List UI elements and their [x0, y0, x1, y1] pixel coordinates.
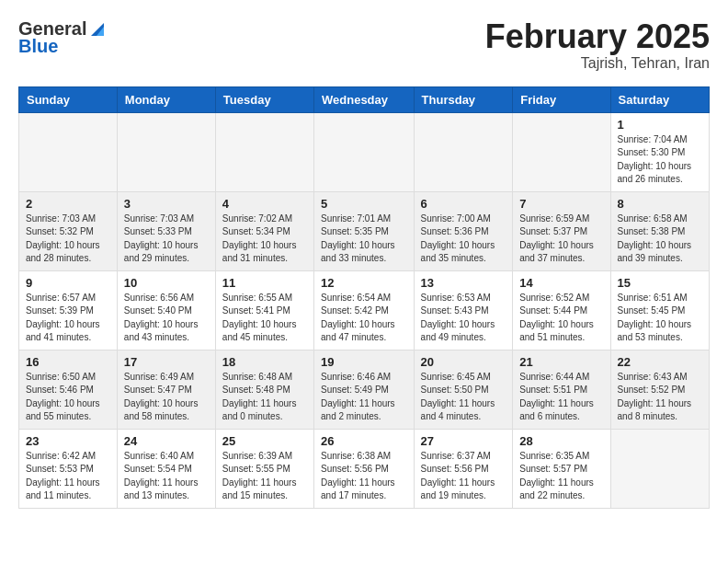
- day-info: Sunrise: 6:58 AM Sunset: 5:38 PM Dayligh…: [618, 213, 702, 266]
- table-row: 28Sunrise: 6:35 AM Sunset: 5:57 PM Dayli…: [513, 429, 610, 508]
- header-monday: Monday: [117, 86, 215, 112]
- day-info: Sunrise: 6:37 AM Sunset: 5:56 PM Dayligh…: [421, 450, 506, 503]
- day-number: 13: [421, 276, 506, 290]
- table-row: [610, 429, 709, 508]
- day-info: Sunrise: 7:02 AM Sunset: 5:34 PM Dayligh…: [222, 213, 307, 266]
- header-sunday: Sunday: [19, 86, 118, 112]
- logo: General Blue: [18, 18, 108, 57]
- table-row: 9Sunrise: 6:57 AM Sunset: 5:39 PM Daylig…: [19, 270, 118, 350]
- day-info: Sunrise: 7:03 AM Sunset: 5:33 PM Dayligh…: [124, 213, 209, 266]
- day-number: 3: [124, 197, 209, 211]
- day-number: 2: [26, 197, 110, 211]
- day-info: Sunrise: 6:45 AM Sunset: 5:50 PM Dayligh…: [421, 371, 506, 424]
- table-row: 26Sunrise: 6:38 AM Sunset: 5:56 PM Dayli…: [314, 429, 415, 508]
- day-number: 19: [321, 355, 407, 369]
- day-number: 11: [222, 276, 307, 290]
- day-info: Sunrise: 6:35 AM Sunset: 5:57 PM Dayligh…: [519, 450, 603, 503]
- calendar-month-year: February 2025: [485, 18, 710, 55]
- calendar-week-row: 1Sunrise: 7:04 AM Sunset: 5:30 PM Daylig…: [19, 112, 710, 191]
- day-number: 6: [421, 197, 506, 211]
- day-info: Sunrise: 6:54 AM Sunset: 5:42 PM Dayligh…: [321, 292, 407, 345]
- header-friday: Friday: [513, 86, 610, 112]
- logo-icon: [87, 19, 108, 40]
- day-number: 28: [519, 434, 603, 448]
- calendar-week-row: 2Sunrise: 7:03 AM Sunset: 5:32 PM Daylig…: [19, 191, 710, 270]
- day-number: 18: [222, 355, 307, 369]
- day-number: 26: [321, 434, 407, 448]
- day-number: 9: [26, 276, 110, 290]
- logo-blue: Blue: [18, 36, 58, 57]
- day-number: 20: [421, 355, 506, 369]
- header-tuesday: Tuesday: [215, 86, 313, 112]
- table-row: 2Sunrise: 7:03 AM Sunset: 5:32 PM Daylig…: [19, 191, 118, 270]
- day-number: 25: [222, 434, 307, 448]
- day-info: Sunrise: 7:04 AM Sunset: 5:30 PM Dayligh…: [618, 133, 702, 187]
- day-number: 14: [519, 276, 603, 290]
- day-info: Sunrise: 6:53 AM Sunset: 5:43 PM Dayligh…: [421, 292, 506, 345]
- calendar-table: Sunday Monday Tuesday Wednesday Thursday…: [18, 86, 710, 509]
- header-saturday: Saturday: [610, 86, 709, 112]
- table-row: 11Sunrise: 6:55 AM Sunset: 5:41 PM Dayli…: [215, 270, 313, 350]
- day-info: Sunrise: 6:44 AM Sunset: 5:51 PM Dayligh…: [519, 371, 603, 424]
- day-info: Sunrise: 6:46 AM Sunset: 5:49 PM Dayligh…: [321, 371, 407, 424]
- day-info: Sunrise: 6:56 AM Sunset: 5:40 PM Dayligh…: [124, 292, 209, 345]
- day-number: 8: [618, 197, 702, 211]
- day-info: Sunrise: 6:55 AM Sunset: 5:41 PM Dayligh…: [222, 292, 307, 345]
- calendar-week-row: 9Sunrise: 6:57 AM Sunset: 5:39 PM Daylig…: [19, 270, 710, 350]
- table-row: 8Sunrise: 6:58 AM Sunset: 5:38 PM Daylig…: [610, 191, 709, 270]
- day-number: 24: [124, 434, 209, 448]
- day-info: Sunrise: 6:52 AM Sunset: 5:44 PM Dayligh…: [519, 292, 603, 345]
- table-row: 20Sunrise: 6:45 AM Sunset: 5:50 PM Dayli…: [414, 350, 513, 429]
- calendar-header-row: Sunday Monday Tuesday Wednesday Thursday…: [19, 86, 710, 112]
- table-row: 27Sunrise: 6:37 AM Sunset: 5:56 PM Dayli…: [414, 429, 513, 508]
- day-number: 7: [519, 197, 603, 211]
- day-info: Sunrise: 6:57 AM Sunset: 5:39 PM Dayligh…: [26, 292, 110, 345]
- table-row: 3Sunrise: 7:03 AM Sunset: 5:33 PM Daylig…: [117, 191, 215, 270]
- table-row: 6Sunrise: 7:00 AM Sunset: 5:36 PM Daylig…: [414, 191, 513, 270]
- page-header: General Blue February 2025 Tajrish, Tehr…: [18, 18, 710, 72]
- table-row: 13Sunrise: 6:53 AM Sunset: 5:43 PM Dayli…: [414, 270, 513, 350]
- calendar-week-row: 23Sunrise: 6:42 AM Sunset: 5:53 PM Dayli…: [19, 429, 710, 508]
- day-info: Sunrise: 7:01 AM Sunset: 5:35 PM Dayligh…: [321, 213, 407, 266]
- day-info: Sunrise: 6:49 AM Sunset: 5:47 PM Dayligh…: [124, 371, 209, 424]
- day-number: 17: [124, 355, 209, 369]
- day-info: Sunrise: 7:00 AM Sunset: 5:36 PM Dayligh…: [421, 213, 506, 266]
- day-number: 4: [222, 197, 307, 211]
- header-wednesday: Wednesday: [314, 86, 415, 112]
- table-row: 16Sunrise: 6:50 AM Sunset: 5:46 PM Dayli…: [19, 350, 118, 429]
- day-number: 21: [519, 355, 603, 369]
- table-row: [513, 112, 610, 191]
- table-row: 23Sunrise: 6:42 AM Sunset: 5:53 PM Dayli…: [19, 429, 118, 508]
- table-row: 25Sunrise: 6:39 AM Sunset: 5:55 PM Dayli…: [215, 429, 313, 508]
- table-row: [19, 112, 118, 191]
- day-number: 1: [618, 118, 702, 132]
- day-info: Sunrise: 6:51 AM Sunset: 5:45 PM Dayligh…: [618, 292, 702, 345]
- day-number: 16: [26, 355, 110, 369]
- table-row: 14Sunrise: 6:52 AM Sunset: 5:44 PM Dayli…: [513, 270, 610, 350]
- table-row: 19Sunrise: 6:46 AM Sunset: 5:49 PM Dayli…: [314, 350, 415, 429]
- table-row: 1Sunrise: 7:04 AM Sunset: 5:30 PM Daylig…: [610, 112, 709, 191]
- header-thursday: Thursday: [414, 86, 513, 112]
- day-info: Sunrise: 6:50 AM Sunset: 5:46 PM Dayligh…: [26, 371, 110, 424]
- calendar-title: February 2025 Tajrish, Tehran, Iran: [485, 18, 710, 72]
- table-row: 21Sunrise: 6:44 AM Sunset: 5:51 PM Dayli…: [513, 350, 610, 429]
- table-row: [117, 112, 215, 191]
- table-row: 22Sunrise: 6:43 AM Sunset: 5:52 PM Dayli…: [610, 350, 709, 429]
- table-row: 24Sunrise: 6:40 AM Sunset: 5:54 PM Dayli…: [117, 429, 215, 508]
- day-info: Sunrise: 6:48 AM Sunset: 5:48 PM Dayligh…: [222, 371, 307, 424]
- table-row: [314, 112, 415, 191]
- day-number: 15: [618, 276, 702, 290]
- table-row: 12Sunrise: 6:54 AM Sunset: 5:42 PM Dayli…: [314, 270, 415, 350]
- day-number: 27: [421, 434, 506, 448]
- table-row: [414, 112, 513, 191]
- day-info: Sunrise: 6:38 AM Sunset: 5:56 PM Dayligh…: [321, 450, 407, 503]
- table-row: 18Sunrise: 6:48 AM Sunset: 5:48 PM Dayli…: [215, 350, 313, 429]
- day-info: Sunrise: 6:59 AM Sunset: 5:37 PM Dayligh…: [519, 213, 603, 266]
- table-row: 4Sunrise: 7:02 AM Sunset: 5:34 PM Daylig…: [215, 191, 313, 270]
- table-row: 10Sunrise: 6:56 AM Sunset: 5:40 PM Dayli…: [117, 270, 215, 350]
- day-number: 22: [618, 355, 702, 369]
- table-row: 17Sunrise: 6:49 AM Sunset: 5:47 PM Dayli…: [117, 350, 215, 429]
- calendar-week-row: 16Sunrise: 6:50 AM Sunset: 5:46 PM Dayli…: [19, 350, 710, 429]
- day-info: Sunrise: 6:40 AM Sunset: 5:54 PM Dayligh…: [124, 450, 209, 503]
- day-number: 12: [321, 276, 407, 290]
